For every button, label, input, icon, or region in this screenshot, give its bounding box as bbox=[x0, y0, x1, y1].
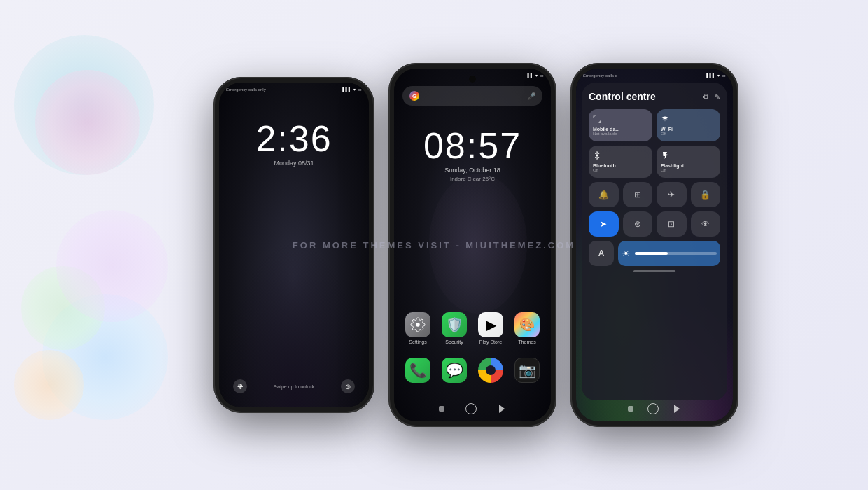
phone1-status-icons: ▌▌▌ ▾ ▭ bbox=[342, 87, 362, 92]
phone3-nav-square[interactable] bbox=[628, 406, 634, 412]
nav-circle[interactable] bbox=[465, 403, 477, 414]
phone2-date: Sunday, October 18 bbox=[394, 167, 551, 174]
cc-font-tile[interactable]: A bbox=[589, 241, 614, 266]
phone1-bottom-bar: ❋ Swipe up to unlock ⊙ bbox=[219, 379, 369, 393]
mobile-data-sub: Not available bbox=[593, 132, 617, 136]
cc-tile-flashlight[interactable]: Flashlight Off bbox=[657, 146, 720, 178]
phone3-battery-icon: ▭ bbox=[722, 73, 726, 78]
cc-tile-wifi[interactable]: Wi-Fi Off bbox=[657, 109, 720, 141]
phone3-emergency-text: Emergency calls o bbox=[583, 74, 617, 78]
playstore-emoji: ▶ bbox=[486, 316, 496, 333]
phone2-status-bar: ▌▌ ▾ ▭ bbox=[401, 73, 544, 78]
flashlight-svg bbox=[661, 151, 669, 160]
phone-icon: 📞 bbox=[405, 358, 430, 383]
cc-tile-dnd[interactable]: ⊛ bbox=[623, 211, 653, 237]
cc-tile-screenshot[interactable]: ⊞ bbox=[623, 182, 653, 207]
cc-row3: 🔔 ⊞ ✈ 🔒 bbox=[589, 182, 720, 207]
phone1-date: Monday 08/31 bbox=[219, 160, 369, 167]
app-chrome[interactable] bbox=[478, 358, 503, 383]
brightness-fill bbox=[635, 252, 668, 255]
brightness-bar bbox=[635, 252, 717, 255]
wifi-icon bbox=[661, 115, 669, 125]
flashlight-sub: Off bbox=[661, 168, 666, 172]
bubble-6 bbox=[14, 350, 84, 420]
phone2-search-bar[interactable]: G 🎤 bbox=[402, 86, 542, 106]
phone3-wifi-icon: ▾ bbox=[718, 73, 720, 78]
phone2-time: 08:57 bbox=[394, 125, 551, 167]
mic-icon: 🎤 bbox=[527, 92, 536, 100]
mobile-data-label: Mobile da... bbox=[593, 127, 620, 132]
cc-tile-fullscreen[interactable]: ⊡ bbox=[657, 211, 687, 237]
messages-emoji: 💬 bbox=[446, 362, 463, 379]
app-messages[interactable]: 💬 bbox=[442, 358, 467, 383]
phone3-nav-back[interactable] bbox=[674, 405, 680, 413]
wifi-svg bbox=[661, 115, 669, 123]
google-logo: G bbox=[410, 91, 419, 101]
brightness-icon: ☀ bbox=[622, 248, 631, 259]
playstore-icon: ▶ bbox=[478, 312, 503, 337]
watermark: FOR MORE THEMES VISIT - MIUITHEMEZ.COM bbox=[293, 240, 575, 251]
cc-tile-eye[interactable]: 👁 bbox=[691, 211, 721, 237]
cc-tile-bell[interactable]: 🔔 bbox=[589, 182, 619, 207]
app-settings[interactable]: Settings bbox=[405, 312, 430, 344]
phone1-status-bar: Emergency calls only ▌▌▌ ▾ ▭ bbox=[226, 87, 362, 92]
phone1-wifi-icon: ▾ bbox=[354, 87, 356, 92]
phone1-camera-icon: ⊙ bbox=[341, 379, 355, 393]
cc-edit-icon[interactable]: ✎ bbox=[715, 93, 720, 101]
cc-tile-bluetooth[interactable]: Bluetooth Off bbox=[589, 146, 652, 178]
cc-tile-mobile-data[interactable]: Mobile da... Not available bbox=[589, 109, 652, 141]
app-themes[interactable]: 🎨 Themes bbox=[514, 312, 540, 344]
themes-emoji: 🎨 bbox=[519, 317, 535, 332]
app-camera[interactable]: 📷 bbox=[514, 358, 540, 383]
phone1-unlock-icon: ❋ bbox=[233, 379, 247, 393]
app-security[interactable]: 🛡️ Security bbox=[442, 312, 467, 344]
phone3-nav-bar bbox=[576, 403, 733, 414]
settings-icon bbox=[405, 312, 430, 337]
phone3-status-bar: Emergency calls o ▌▌▌ ▾ ▭ bbox=[583, 73, 726, 78]
wifi-label: Wi-Fi bbox=[661, 127, 673, 132]
cc-header: Control centre ⚙ ✎ bbox=[589, 91, 720, 102]
flashlight-label: Flashlight bbox=[661, 163, 684, 168]
themes-icon: 🎨 bbox=[514, 312, 540, 337]
cc-header-actions: ⚙ ✎ bbox=[703, 93, 720, 101]
phone3-nav-circle[interactable] bbox=[648, 403, 659, 414]
phone2-nav-bar bbox=[394, 403, 551, 414]
cc-slider[interactable] bbox=[634, 270, 676, 272]
cc-tile-airplane[interactable]: ✈ bbox=[657, 182, 687, 207]
settings-label: Settings bbox=[409, 340, 426, 344]
phone2-apps-row1: Settings 🛡️ Security ▶ Play Store bbox=[394, 312, 551, 344]
nav-square[interactable] bbox=[439, 406, 444, 412]
phone3-status-icons: ▌▌▌ ▾ ▭ bbox=[706, 73, 726, 78]
phone2-camera-notch bbox=[469, 76, 476, 83]
cc-tile-lock[interactable]: 🔒 bbox=[691, 182, 721, 207]
phone2-weather: Indore Clear 26°C bbox=[394, 176, 551, 182]
security-label: Security bbox=[445, 340, 463, 344]
cc-brightness-tile[interactable]: ☀ bbox=[618, 241, 720, 266]
cc-settings-icon[interactable]: ⚙ bbox=[703, 93, 709, 101]
camera-app-icon: 📷 bbox=[514, 358, 540, 383]
phone1-signal-icon: ▌▌▌ bbox=[342, 88, 351, 92]
phone1-time: 2:36 bbox=[219, 118, 369, 160]
security-emoji: 🛡️ bbox=[446, 316, 463, 333]
cc-tile-location[interactable]: ➤ bbox=[589, 211, 619, 237]
phone3-signal-icon: ▌▌▌ bbox=[706, 74, 715, 78]
phone1-emergency-text: Emergency calls only bbox=[226, 88, 266, 92]
app-phone[interactable]: 📞 bbox=[405, 358, 430, 383]
phone-controlcentre-screen: Emergency calls o ▌▌▌ ▾ ▭ Control centre… bbox=[576, 69, 733, 421]
cc-row1: Mobile da... Not available Wi-Fi Off bbox=[589, 109, 720, 141]
nav-back[interactable] bbox=[499, 405, 505, 413]
svg-point-0 bbox=[416, 323, 420, 327]
bluetooth-sub: Off bbox=[593, 168, 598, 172]
control-centre-panel: Control centre ⚙ ✎ Mobile da... Not avai… bbox=[582, 83, 727, 400]
themes-label: Themes bbox=[518, 340, 536, 344]
phone2-status-icons: ▌▌ ▾ ▭ bbox=[527, 73, 544, 78]
app-playstore[interactable]: ▶ Play Store bbox=[478, 312, 503, 344]
phone2-dock-row: 📞 💬 📷 bbox=[394, 358, 551, 383]
bluetooth-icon bbox=[593, 151, 601, 162]
phone1-swipe-text: Swipe up to unlock bbox=[274, 384, 315, 389]
camera-emoji: 📷 bbox=[519, 362, 536, 379]
wifi-sub: Off bbox=[661, 132, 666, 136]
cc-row4: ➤ ⊛ ⊡ 👁 bbox=[589, 211, 720, 237]
phone-emoji: 📞 bbox=[410, 362, 427, 379]
mobile-data-icon bbox=[593, 115, 601, 125]
